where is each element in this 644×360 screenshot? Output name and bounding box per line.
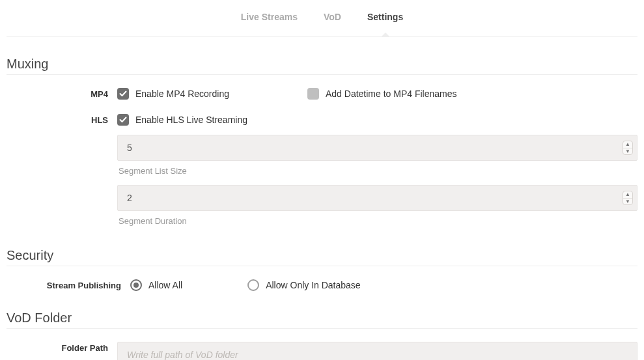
check-icon xyxy=(119,90,127,98)
folder-path-label: Folder Path xyxy=(7,342,117,353)
allow-only-db-label: Allow Only In Database xyxy=(266,280,361,290)
segment-list-size-help: Segment List Size xyxy=(119,166,637,176)
enable-hls-streaming-label: Enable HLS Live Streaming xyxy=(135,115,247,125)
tab-vod[interactable]: VoD xyxy=(324,12,341,29)
spinner-buttons: ▲ ▼ xyxy=(623,191,633,205)
add-datetime-checkbox[interactable] xyxy=(307,88,319,100)
segment-list-size-value: 5 xyxy=(127,143,628,153)
segment-list-size-input[interactable]: 5 ▲ ▼ xyxy=(117,135,637,161)
enable-mp4-recording-checkbox[interactable] xyxy=(117,88,129,100)
enable-mp4-recording-label: Enable MP4 Recording xyxy=(135,89,229,99)
hls-label: HLS xyxy=(7,114,117,125)
spinner-down-icon[interactable]: ▼ xyxy=(623,148,632,154)
tabs-nav: Live Streams VoD Settings xyxy=(7,0,637,37)
enable-hls-streaming-checkbox[interactable] xyxy=(117,114,129,126)
mp4-label: MP4 xyxy=(7,88,117,99)
section-title-security: Security xyxy=(7,248,637,263)
spinner-up-icon[interactable]: ▲ xyxy=(623,191,632,198)
segment-duration-input[interactable]: 2 ▲ ▼ xyxy=(117,185,637,211)
stream-publishing-label: Stream Publishing xyxy=(7,279,130,290)
tab-settings[interactable]: Settings xyxy=(367,12,403,29)
add-datetime-label: Add Datetime to MP4 Filenames xyxy=(326,89,457,99)
allow-all-label: Allow All xyxy=(148,280,182,290)
divider xyxy=(7,328,637,329)
spinner-down-icon[interactable]: ▼ xyxy=(623,198,632,204)
section-title-vod-folder: VoD Folder xyxy=(7,311,637,325)
divider xyxy=(7,74,637,75)
segment-duration-value: 2 xyxy=(127,193,628,203)
segment-duration-help: Segment Duration xyxy=(119,216,637,226)
spinner-up-icon[interactable]: ▲ xyxy=(623,141,632,148)
folder-path-input[interactable] xyxy=(117,342,637,360)
allow-only-db-radio[interactable] xyxy=(247,279,259,291)
check-icon xyxy=(119,116,127,124)
section-title-muxing: Muxing xyxy=(7,57,637,72)
tab-live-streams[interactable]: Live Streams xyxy=(241,12,298,29)
spinner-buttons: ▲ ▼ xyxy=(623,141,633,155)
allow-all-radio[interactable] xyxy=(130,279,142,291)
divider xyxy=(7,266,637,266)
